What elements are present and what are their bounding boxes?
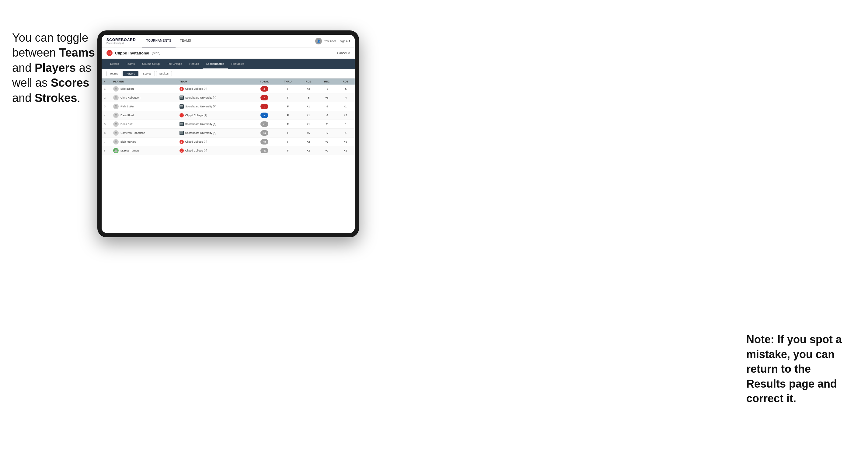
cell-total: +11 [252,146,277,155]
player-name: Chris Robertson [121,96,140,99]
cell-rd1: +2 [299,137,318,146]
cell-rank: 7 [102,137,111,146]
logo-sub: Powered by clippd [106,42,136,44]
cell-thru: F [277,137,299,146]
team-name: Clippd College [A] [185,114,207,117]
cell-rank: 6 [102,129,111,137]
cell-team: CClippd College [A] [177,146,252,155]
cell-team: Scoreboard University [A] [177,102,252,111]
strokes-bold: Strokes [35,92,77,104]
ipad-screen: SCOREBOARD Powered by clippd TOURNAMENTS… [102,35,355,233]
cell-rd1: -5 [299,93,318,102]
cell-rd2: -2 [318,102,336,111]
logo-title: SCOREBOARD [106,38,136,42]
player-name: Blair McHarg [121,140,136,143]
svg-rect-7 [180,105,183,106]
cell-thru: F [277,111,299,120]
team-name: Scoreboard University [A] [185,131,216,134]
col-player: PLAYER [111,79,177,85]
tab-teams[interactable]: Teams [123,59,138,69]
note-text: Note: If you spot a mistake, you can ret… [746,333,842,405]
nav-links: TOURNAMENTS TEAMS [142,35,315,48]
cell-rd2: +2 [318,129,336,137]
cell-rd1: +3 [299,85,318,93]
cell-rd3: +2 [336,146,355,155]
cell-player: Blair McHarg [111,137,177,146]
col-total: TOTAL [252,79,277,85]
cell-rd1: +1 [299,111,318,120]
right-annotation: Note: If you spot a mistake, you can ret… [746,332,850,406]
cell-team: CClippd College [A] [177,111,252,120]
table-row: 3Rich ButlerScoreboard University [A]-2F… [102,102,355,111]
cell-rd2: -6 [318,85,336,93]
tab-leaderboards[interactable]: Leaderboards [203,59,228,69]
nav-tournaments[interactable]: TOURNAMENTS [142,35,176,48]
player-name: Cameron Robertson [121,131,145,134]
cancel-button[interactable]: Cancel ✕ [337,52,350,55]
tab-results[interactable]: Results [186,59,203,69]
col-rank: # [102,79,111,85]
cell-rd1: +1 [299,120,318,129]
tab-tee-groups[interactable]: Tee Groups [163,59,186,69]
table-row: 4David FordCClippd College [A]EF+1-4+3 [102,111,355,120]
cell-rd3: -4 [336,93,355,102]
cell-team: CClippd College [A] [177,85,252,93]
table-row: 1Elliot EbertCClippd College [A]-8F+3-6-… [102,85,355,93]
cell-total: -8 [252,85,277,93]
sub-tab-strokes[interactable]: Strokes [156,71,172,76]
tournament-subtitle: (Men) [152,51,161,55]
left-annotation: You can toggle between Teams and Players… [12,30,97,105]
svg-rect-14 [180,131,183,132]
cell-rd3: +6 [336,137,355,146]
tab-printables[interactable]: Printables [228,59,248,69]
cell-total: +6 [252,129,277,137]
svg-rect-11 [180,123,183,124]
tab-bar: Details Teams Course Setup Tee Groups Re… [102,59,355,69]
cell-rd2: +1 [318,137,336,146]
cell-rd2: +5 [318,93,336,102]
cell-thru: F [277,120,299,129]
team-name: Clippd College [A] [185,140,207,143]
cell-rd1: +2 [299,146,318,155]
cell-team: Scoreboard University [A] [177,129,252,137]
logo-area: SCOREBOARD Powered by clippd [106,38,136,44]
cell-thru: F [277,102,299,111]
cell-thru: F [277,85,299,93]
cell-rd2: +7 [318,146,336,155]
player-name: Rich Butler [121,105,134,108]
team-name: Scoreboard University [A] [185,123,216,126]
nav-teams[interactable]: TEAMS [176,35,195,48]
cell-rank: 5 [102,120,111,129]
sign-out-link[interactable]: Sign out [340,39,350,42]
col-team: TEAM [177,79,252,85]
cell-thru: F [277,146,299,155]
col-rd3: RD3 [336,79,355,85]
cell-rd3: -1 [336,129,355,137]
cell-total: -2 [252,102,277,111]
sub-tab-scores[interactable]: Scores [140,71,155,76]
svg-rect-4 [180,96,183,97]
cell-team: Scoreboard University [A] [177,93,252,102]
cell-rd2: -4 [318,111,336,120]
cell-player: Rees Britt [111,120,177,129]
col-rd2: RD2 [318,79,336,85]
cell-rank: 1 [102,85,111,93]
leaderboard-table: # PLAYER TEAM TOTAL THRU RD1 RD2 RD3 1El… [102,79,355,233]
tab-details[interactable]: Details [106,59,123,69]
sub-tab-players[interactable]: Players [123,71,138,76]
cell-thru: F [277,93,299,102]
tournament-name: Clippd Invitational [115,51,149,55]
cell-rd1: +5 [299,129,318,137]
tab-course-setup[interactable]: Course Setup [138,59,163,69]
sub-tab-teams[interactable]: Teams [106,71,121,76]
cell-team: Scoreboard University [A] [177,120,252,129]
team-name: Clippd College [A] [185,149,207,152]
cell-total: +1 [252,120,277,129]
sub-tabs: Teams Players Scores Strokes [102,69,355,79]
player-name: Marcus Turners [121,149,140,152]
top-nav: SCOREBOARD Powered by clippd TOURNAMENTS… [102,35,355,48]
cell-player: Chris Robertson [111,93,177,102]
user-icon: 👤 [315,38,322,44]
col-thru: THRU [277,79,299,85]
cell-rd3: -1 [336,102,355,111]
